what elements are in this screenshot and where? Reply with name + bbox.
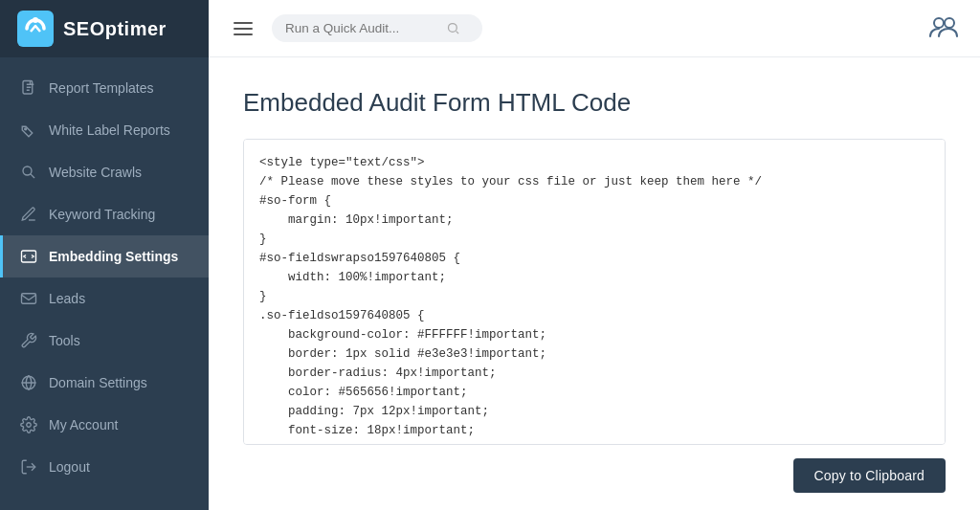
svg-point-3 <box>25 128 27 130</box>
tag-icon <box>20 122 37 139</box>
sidebar-item-domain-settings[interactable]: Domain Settings <box>0 362 209 404</box>
topbar <box>209 0 980 57</box>
svg-point-4 <box>23 166 32 175</box>
logo-area: SEOptimer <box>0 0 209 57</box>
sidebar-item-domain-settings-label: Domain Settings <box>49 375 147 390</box>
main-content: Embedded Audit Form HTML Code Copy to Cl… <box>209 57 980 510</box>
sidebar-item-keyword-tracking[interactable]: Keyword Tracking <box>0 193 209 235</box>
hamburger-line-1 <box>234 22 253 24</box>
page-title: Embedded Audit Form HTML Code <box>243 88 946 118</box>
pen-icon <box>20 206 37 223</box>
search-box <box>272 14 482 42</box>
sidebar: SEOptimer Report Templates White Label R… <box>0 0 209 510</box>
svg-rect-6 <box>22 294 36 304</box>
sidebar-item-embedding-settings-label: Embedding Settings <box>49 249 178 264</box>
envelope-icon <box>20 290 37 307</box>
file-icon <box>20 79 37 97</box>
embed-icon <box>20 248 37 265</box>
sidebar-item-logout-label: Logout <box>49 459 90 475</box>
svg-point-8 <box>27 423 32 428</box>
sidebar-item-report-templates-label: Report Templates <box>49 80 153 96</box>
logo-text: SEOptimer <box>63 18 167 40</box>
svg-point-12 <box>945 18 954 28</box>
sidebar-item-my-account-label: My Account <box>49 417 118 432</box>
sidebar-item-tools[interactable]: Tools <box>0 320 209 362</box>
sidebar-item-keyword-tracking-label: Keyword Tracking <box>49 207 155 222</box>
topbar-right <box>926 10 961 48</box>
sidebar-item-website-crawls-label: Website Crawls <box>49 165 142 180</box>
code-textarea[interactable] <box>244 140 945 444</box>
sidebar-item-report-templates[interactable]: Report Templates <box>0 67 209 109</box>
sidebar-item-my-account[interactable]: My Account <box>0 404 209 446</box>
copy-btn-row: Copy to Clipboard <box>243 445 946 493</box>
wrench-icon <box>20 332 37 349</box>
seoptimer-logo-icon <box>17 11 54 47</box>
sidebar-item-logout[interactable]: Logout <box>0 446 209 488</box>
sidebar-item-tools-label: Tools <box>49 333 80 348</box>
search-icon <box>20 164 37 181</box>
main-area: Embedded Audit Form HTML Code Copy to Cl… <box>209 0 980 510</box>
hamburger-line-2 <box>234 28 253 30</box>
sidebar-item-embedding-settings[interactable]: Embedding Settings <box>0 235 209 277</box>
sidebar-item-leads-label: Leads <box>49 291 85 306</box>
sidebar-item-leads[interactable]: Leads <box>0 277 209 320</box>
sidebar-item-white-label-label: White Label Reports <box>49 122 170 138</box>
svg-point-11 <box>934 18 944 28</box>
logout-icon <box>20 458 37 476</box>
hamburger-button[interactable] <box>228 16 258 41</box>
svg-rect-0 <box>17 11 54 47</box>
user-avatar-icon[interactable] <box>926 10 961 44</box>
globe-icon <box>20 374 37 391</box>
sidebar-item-white-label-reports[interactable]: White Label Reports <box>0 109 209 151</box>
sidebar-nav: Report Templates White Label Reports Web… <box>0 57 209 510</box>
gear-icon <box>20 416 37 433</box>
copy-to-clipboard-button[interactable]: Copy to Clipboard <box>793 458 946 493</box>
sidebar-item-website-crawls[interactable]: Website Crawls <box>0 151 209 193</box>
hamburger-line-3 <box>234 33 253 35</box>
search-input[interactable] <box>285 21 438 35</box>
svg-point-10 <box>449 24 457 33</box>
search-icon <box>446 21 460 35</box>
code-box-wrapper <box>243 139 946 445</box>
svg-point-1 <box>33 17 38 23</box>
